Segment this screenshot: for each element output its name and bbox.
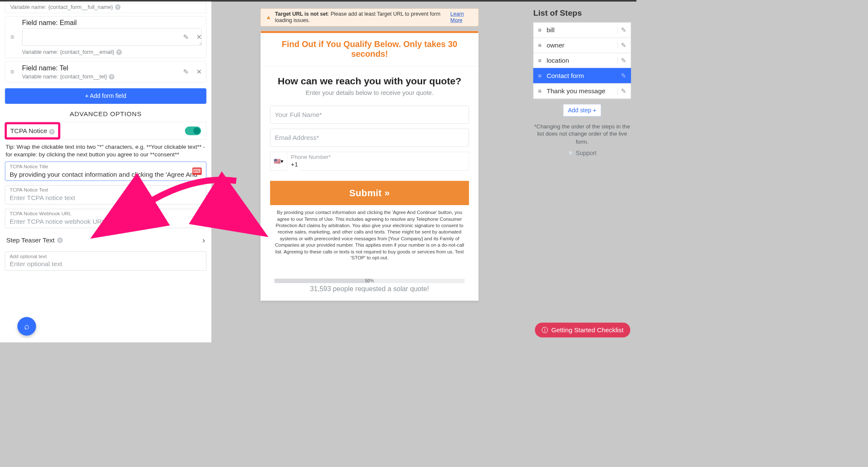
- step-teaser-row[interactable]: Step Teaser Text ? ›: [5, 232, 206, 248]
- preview-subheading: Enter your details below to receive your…: [261, 89, 478, 96]
- field-card-tel: ≡ Field name: Tel Variable name: {contac…: [5, 61, 206, 83]
- drag-handle-icon[interactable]: ≡: [10, 34, 14, 41]
- optional-text-input[interactable]: [10, 260, 202, 268]
- tcpa-text-field[interactable]: TCPA Notice Text: [5, 185, 206, 204]
- support-link[interactable]: ? Support: [533, 150, 631, 156]
- steps-order-note: *Changing the order of the steps in the …: [533, 123, 631, 145]
- tcpa-text-input[interactable]: [10, 194, 202, 202]
- step-label: bill: [547, 26, 555, 34]
- help-icon[interactable]: ?: [116, 49, 122, 55]
- preview-submit-button[interactable]: Submit »: [270, 181, 469, 205]
- field-value-textarea[interactable]: [22, 28, 202, 46]
- steps-title: List of Steps: [533, 8, 631, 18]
- right-steps-panel: List of Steps ≡bill✎≡owner✎≡location✎≡Co…: [528, 2, 637, 342]
- learn-more-link[interactable]: Learn More: [451, 11, 473, 23]
- edit-icon[interactable]: ✎: [183, 68, 189, 76]
- social-proof-text: 31,593 people requested a solar quote!: [275, 285, 465, 293]
- phone-country-selector[interactable]: 🇺🇸▾: [270, 152, 287, 171]
- step-label: location: [547, 57, 569, 64]
- variable-name-line: Variable name: {contact_form__full_name}…: [10, 4, 202, 10]
- drag-handle-icon[interactable]: ≡: [538, 87, 542, 95]
- help-icon[interactable]: ?: [49, 129, 54, 134]
- variable-name-line: Variable name: {contact_form__tel} ?: [22, 73, 202, 80]
- tcpa-url-input[interactable]: [10, 218, 202, 225]
- step-label: Contact form: [547, 72, 584, 80]
- preview-heading: How can we reach you with your quote?: [261, 66, 478, 89]
- step-item[interactable]: ≡Contact form✎: [533, 68, 631, 84]
- getting-started-checklist-button[interactable]: ⓘ Getting Started Checklist: [535, 322, 630, 337]
- target-url-alert: ▲ Target URL is not set: Please add at l…: [261, 8, 479, 27]
- search-icon: ⌕: [24, 321, 29, 331]
- field-name-label: Field name: Tel: [22, 64, 202, 72]
- field-card-email: ≡ Field name: Email Variable name: {cont…: [5, 16, 206, 58]
- search-fab[interactable]: ⌕: [17, 317, 36, 336]
- drag-handle-icon[interactable]: ≡: [538, 57, 542, 64]
- drag-handle-icon[interactable]: ≡: [538, 72, 542, 79]
- progress-bar: 50%: [275, 279, 465, 283]
- help-icon: ?: [568, 150, 573, 156]
- step-label: owner: [547, 42, 565, 49]
- step-item[interactable]: ≡bill✎: [533, 22, 631, 38]
- edit-icon[interactable]: ✎: [621, 26, 626, 34]
- help-icon[interactable]: ?: [109, 74, 114, 79]
- tcpa-toggle[interactable]: [185, 126, 201, 135]
- info-icon: ⓘ: [542, 325, 548, 334]
- drag-handle-icon[interactable]: ≡: [538, 42, 542, 49]
- edit-icon[interactable]: ✎: [621, 87, 626, 95]
- tcpa-highlight-box: TCPA Notice ?: [6, 123, 59, 138]
- tcpa-tip-text: Tip: Wrap the clickable text into two "*…: [6, 143, 206, 158]
- preview-tcpa-text: By providing your contact information an…: [270, 205, 469, 263]
- drag-handle-icon[interactable]: ≡: [10, 69, 14, 75]
- edit-icon[interactable]: ✎: [621, 72, 626, 80]
- chevron-right-icon: ›: [203, 236, 205, 245]
- preview-phone-input[interactable]: +1: [287, 160, 469, 171]
- phone-label: Phone Number*: [287, 152, 469, 161]
- add-form-field-button[interactable]: + Add form field: [5, 88, 206, 104]
- warning-icon: ▲: [266, 14, 271, 20]
- progress-section: 50% 31,593 people requested a solar quot…: [261, 271, 478, 300]
- step-label: Thank you message: [547, 87, 606, 95]
- drag-handle-icon[interactable]: ≡: [538, 27, 542, 34]
- field-name-label: Field name: Email: [22, 19, 202, 27]
- center-preview-panel: ▲ Target URL is not set: Please add at l…: [211, 2, 528, 342]
- close-icon[interactable]: ✕: [196, 68, 202, 76]
- advanced-options-heading: ADVANCED OPTIONS: [5, 110, 206, 118]
- help-icon[interactable]: ?: [57, 238, 63, 243]
- step-item[interactable]: ≡Thank you message✎: [533, 83, 631, 99]
- variable-name-line: Variable name: {contact_form__email} ?: [22, 49, 202, 55]
- close-icon[interactable]: ✕: [196, 33, 202, 41]
- preview-name-input[interactable]: [270, 106, 469, 124]
- tcpa-title-field[interactable]: TCPA Notice Title: [5, 161, 206, 181]
- optional-text-field[interactable]: Add optional text: [5, 251, 206, 270]
- field-card-fullname: Variable name: {contact_form__full_name}…: [5, 3, 206, 13]
- add-step-button[interactable]: Add step +: [563, 104, 601, 117]
- edit-icon[interactable]: ✎: [621, 42, 626, 49]
- edit-icon[interactable]: ✎: [621, 57, 626, 64]
- qualify-banner: Find Out if You Qualify Below. Only take…: [261, 33, 478, 66]
- tcpa-url-field[interactable]: TCPA Notice Webhook URL: [5, 209, 206, 228]
- preview-email-input[interactable]: [270, 129, 469, 147]
- tcpa-title-input[interactable]: [10, 171, 202, 178]
- form-preview: Find Out if You Qualify Below. Only take…: [261, 31, 479, 301]
- help-icon[interactable]: ?: [115, 4, 120, 10]
- tcpa-notice-row: TCPA Notice ?: [5, 122, 206, 140]
- edit-icon[interactable]: ✎: [183, 33, 189, 41]
- keyboard-icon: [192, 167, 202, 175]
- steps-list: ≡bill✎≡owner✎≡location✎≡Contact form✎≡Th…: [533, 22, 631, 99]
- left-editor-panel: Variable name: {contact_form__full_name}…: [0, 2, 211, 342]
- step-item[interactable]: ≡location✎: [533, 53, 631, 69]
- step-item[interactable]: ≡owner✎: [533, 38, 631, 53]
